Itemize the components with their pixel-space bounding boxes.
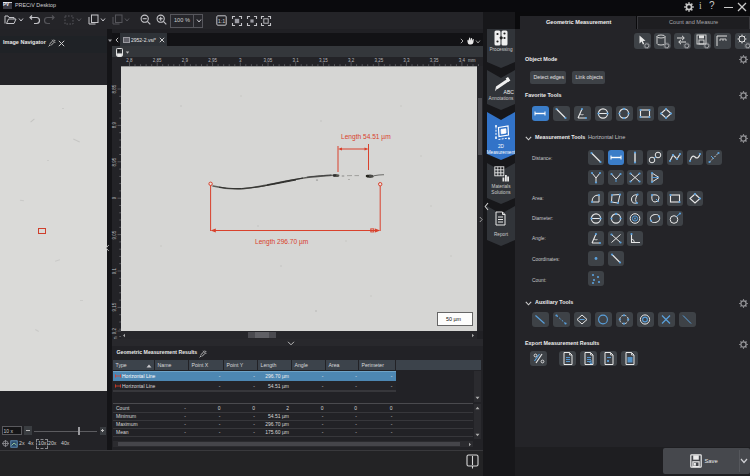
- svg-text:ABC: ABC: [504, 89, 514, 95]
- svg-text:1:1: 1:1: [218, 18, 226, 24]
